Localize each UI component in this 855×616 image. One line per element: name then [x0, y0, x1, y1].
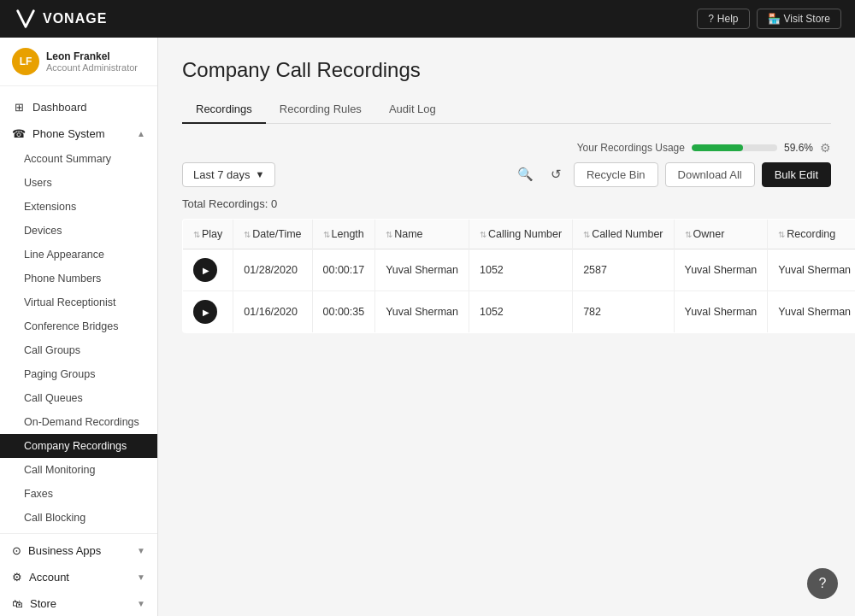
cell-date-0: 01/28/2020 — [233, 249, 312, 291]
recycle-bin-button[interactable]: Recycle Bin — [574, 162, 658, 187]
nav-actions: ? Help 🏪 Visit Store — [697, 9, 841, 29]
chevron-up-icon: ▲ — [137, 129, 145, 138]
sort-icon-called: ⇅ — [583, 230, 590, 239]
sidebar-item-call-monitoring[interactable]: Call Monitoring — [0, 458, 157, 482]
vonage-logo-text: VONAGE — [43, 11, 107, 26]
sort-icon-length: ⇅ — [323, 230, 330, 239]
table-row: ▶ 01/28/2020 00:00:17 Yuval Sherman 1052… — [183, 249, 856, 291]
cell-calling-1: 1052 — [469, 291, 572, 333]
cell-owner-1: Yuval Sherman — [674, 291, 768, 333]
col-called-number[interactable]: ⇅Called Number — [573, 220, 674, 249]
cell-play-1: ▶ — [183, 291, 233, 333]
top-navigation: VONAGE ? Help 🏪 Visit Store — [0, 0, 855, 38]
sort-icon-calling: ⇅ — [480, 230, 486, 239]
sort-icon-name: ⇅ — [386, 230, 392, 239]
sidebar-item-phone-numbers[interactable]: Phone Numbers — [0, 267, 157, 290]
account-icon: ⚙ — [12, 571, 22, 584]
sidebar-item-conference-bridges[interactable]: Conference Bridges — [0, 314, 157, 338]
sidebar-item-store[interactable]: 🛍 Store ▼ — [0, 590, 157, 616]
sidebar-item-company-recordings[interactable]: Company Recordings — [0, 434, 157, 458]
sidebar-item-account-summary[interactable]: Account Summary — [0, 147, 157, 171]
download-all-label: Download All — [678, 168, 742, 181]
search-icon: 🔍 — [517, 167, 534, 182]
phone-icon: ☎ — [12, 127, 26, 140]
main-content: Company Call Recordings Recordings Recor… — [158, 38, 855, 616]
toolbar: Last 7 days ▼ 🔍 ↺ Recycle Bin Download A… — [182, 161, 831, 187]
sidebar: LF Leon Frankel Account Administrator ⊞ … — [0, 38, 158, 616]
refresh-icon: ↺ — [551, 167, 562, 182]
usage-bar-track — [692, 144, 777, 151]
cell-called-1: 782 — [573, 291, 674, 333]
store-icon: 🏪 — [768, 13, 781, 25]
vonage-logo: VONAGE — [14, 7, 107, 31]
sidebar-item-account[interactable]: ⚙ Account ▼ — [0, 564, 157, 590]
cell-recording-1: Yuval Sherman — [768, 291, 855, 333]
tab-recordings[interactable]: Recordings — [182, 96, 266, 124]
cell-owner-0: Yuval Sherman — [674, 249, 768, 291]
sidebar-item-phone-system[interactable]: ☎ Phone System ▲ — [0, 120, 157, 147]
download-all-button[interactable]: Download All — [665, 162, 755, 187]
cell-called-0: 2587 — [573, 249, 674, 291]
visit-store-button[interactable]: 🏪 Visit Store — [757, 9, 841, 29]
sort-icon-play: ⇅ — [193, 230, 200, 239]
total-recordings: Total Recordings: 0 — [182, 197, 831, 210]
cell-play-0: ▶ — [183, 249, 233, 291]
table-header-row: ⇅Play ⇅Date/Time ⇅Length ⇅Name ⇅Calling … — [183, 220, 856, 249]
col-calling-number[interactable]: ⇅Calling Number — [469, 220, 572, 249]
sidebar-item-virtual-receptionist[interactable]: Virtual Receptionist — [0, 290, 157, 314]
tab-recording-rules[interactable]: Recording Rules — [266, 96, 375, 124]
cell-recording-0: Yuval Sherman — [768, 249, 855, 291]
col-length[interactable]: ⇅Length — [312, 220, 375, 249]
bulk-edit-button[interactable]: Bulk Edit — [762, 162, 831, 187]
date-range-label: Last 7 days — [193, 168, 251, 181]
help-bubble[interactable]: ? — [807, 568, 838, 599]
sidebar-item-dashboard[interactable]: ⊞ Dashboard — [0, 93, 157, 120]
col-name[interactable]: ⇅Name — [375, 220, 469, 249]
sidebar-item-extensions[interactable]: Extensions — [0, 195, 157, 219]
user-name: Leon Frankel — [46, 50, 138, 62]
page-title: Company Call Recordings — [182, 58, 831, 82]
help-button[interactable]: ? Help — [697, 9, 749, 29]
refresh-button[interactable]: ↺ — [545, 161, 567, 187]
sidebar-item-call-queues[interactable]: Call Queues — [0, 386, 157, 410]
sidebar-item-paging-groups[interactable]: Paging Groups — [0, 362, 157, 386]
table-row: ▶ 01/16/2020 00:00:35 Yuval Sherman 1052… — [183, 291, 856, 333]
cell-length-1: 00:00:35 — [312, 291, 375, 333]
vonage-logo-icon — [14, 7, 38, 31]
col-play: ⇅Play — [183, 220, 233, 249]
chevron-down-icon-3: ▼ — [137, 599, 145, 608]
sidebar-item-call-groups[interactable]: Call Groups — [0, 338, 157, 362]
apps-icon: ⊙ — [12, 544, 21, 557]
store-nav-icon: 🛍 — [12, 597, 23, 610]
play-button-0[interactable]: ▶ — [193, 258, 217, 282]
sort-icon-recording: ⇅ — [778, 230, 785, 239]
col-recording[interactable]: ⇅Recording — [768, 220, 855, 249]
recordings-table: ⇅Play ⇅Date/Time ⇅Length ⇅Name ⇅Calling … — [182, 219, 855, 333]
search-button[interactable]: 🔍 — [512, 161, 539, 187]
sidebar-item-devices[interactable]: Devices — [0, 219, 157, 243]
sort-icon-owner: ⇅ — [685, 230, 692, 239]
bulk-edit-label: Bulk Edit — [775, 168, 818, 181]
dashboard-icon: ⊞ — [12, 100, 26, 114]
usage-bar-fill — [692, 144, 743, 151]
col-datetime[interactable]: ⇅Date/Time — [233, 220, 312, 249]
avatar: LF — [12, 48, 39, 75]
sidebar-nav: ⊞ Dashboard ☎ Phone System ▲ Account Sum… — [0, 86, 157, 616]
sidebar-item-users[interactable]: Users — [0, 171, 157, 195]
col-owner[interactable]: ⇅Owner — [674, 220, 768, 249]
sidebar-item-faxes[interactable]: Faxes — [0, 482, 157, 506]
user-role: Account Administrator — [46, 62, 138, 73]
recycle-bin-label: Recycle Bin — [587, 168, 646, 181]
date-range-dropdown[interactable]: Last 7 days ▼ — [182, 162, 275, 187]
play-button-1[interactable]: ▶ — [193, 300, 217, 324]
gear-icon[interactable]: ⚙ — [820, 141, 831, 155]
sidebar-item-on-demand-recordings[interactable]: On-Demand Recordings — [0, 410, 157, 434]
sidebar-item-call-blocking[interactable]: Call Blocking — [0, 506, 157, 530]
chevron-down-icon: ▼ — [137, 546, 145, 555]
sidebar-item-business-apps[interactable]: ⊙ Business Apps ▼ — [0, 537, 157, 564]
sidebar-item-line-appearance[interactable]: Line Appearance — [0, 243, 157, 267]
cell-length-0: 00:00:17 — [312, 249, 375, 291]
usage-section: Your Recordings Usage 59.6% ⚙ — [577, 141, 831, 155]
cell-name-1: Yuval Sherman — [375, 291, 469, 333]
tab-audit-log[interactable]: Audit Log — [375, 96, 450, 124]
